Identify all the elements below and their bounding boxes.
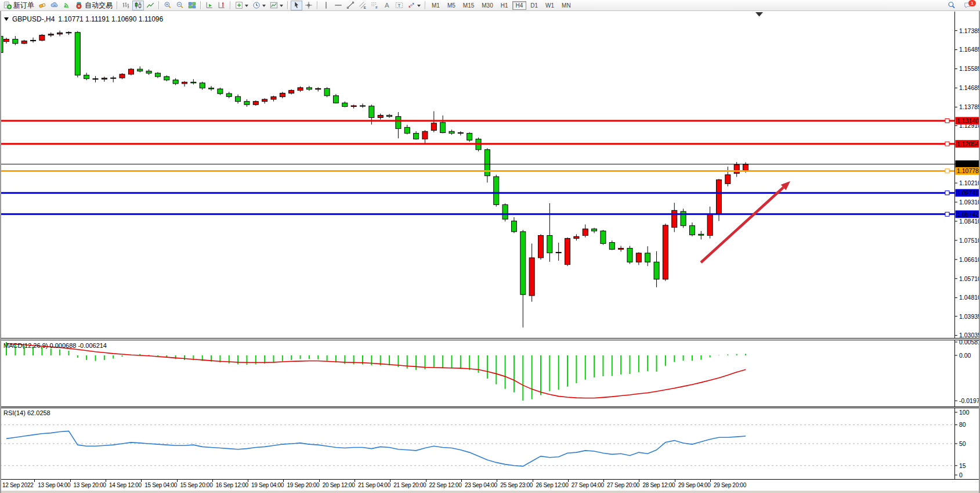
candle-body <box>75 33 80 75</box>
candle-body <box>289 91 294 93</box>
candle-body <box>253 102 258 105</box>
line-handle-icon[interactable] <box>945 118 949 123</box>
templates-button[interactable] <box>268 1 285 10</box>
macd-tick-label: -0.01977 <box>959 397 980 404</box>
pane-splitter[interactable] <box>0 338 980 340</box>
trendline-button[interactable] <box>345 1 356 10</box>
rsi-pane[interactable]: 1008050150 <box>0 408 980 479</box>
candle-body <box>484 150 490 176</box>
timeframe-m1[interactable]: M1 <box>428 1 443 10</box>
chart-shift-button[interactable] <box>216 1 227 10</box>
line-handle-icon[interactable] <box>945 142 949 146</box>
time-label: 14 Sep 12:00 <box>109 482 142 488</box>
zoom-out-button[interactable] <box>174 1 186 10</box>
candle <box>681 208 686 228</box>
price-tick-label: 1.16485 <box>959 46 980 53</box>
candle <box>173 78 178 85</box>
macd-pane[interactable]: 0.0058180.00-0.01977 <box>0 340 980 406</box>
candle-body <box>146 71 151 73</box>
arrows-button[interactable] <box>406 1 422 10</box>
candle-body <box>592 229 597 231</box>
candle-body <box>360 106 366 106</box>
price-tick-label: 1.13785 <box>959 103 980 110</box>
timeframe-mn[interactable]: MN <box>558 1 574 10</box>
line-icon <box>146 1 154 9</box>
candle <box>120 73 125 79</box>
timeframe-h1[interactable]: H1 <box>497 1 512 10</box>
candle-body <box>244 102 249 105</box>
candle-body <box>440 123 446 133</box>
candle-body <box>48 34 53 35</box>
auto-trading-button[interactable]: 自动交易 <box>73 1 114 10</box>
chevron-down-icon[interactable] <box>417 5 421 9</box>
crosshair-button[interactable] <box>303 1 314 10</box>
price-tick-label: 1.03935 <box>959 313 980 320</box>
timeframe-w1[interactable]: W1 <box>542 1 558 10</box>
timeframe-m15[interactable]: M15 <box>460 1 478 10</box>
horizontal-line-object[interactable]: 1.09746 <box>0 189 979 197</box>
time-tick <box>675 480 675 482</box>
fibonacci-button[interactable]: F <box>369 1 381 10</box>
line-handle-icon[interactable] <box>945 191 949 195</box>
text-label-button[interactable]: T <box>393 1 405 10</box>
new-order-button[interactable]: 新订单 <box>2 1 36 10</box>
candle <box>146 69 151 75</box>
chevron-down-icon[interactable] <box>262 5 266 9</box>
macd-histogram <box>6 342 746 401</box>
timeframe-h4[interactable]: H4 <box>512 1 527 10</box>
time-tick <box>497 480 497 482</box>
eraser-button[interactable] <box>37 1 48 10</box>
auto-scroll-button[interactable] <box>204 1 215 10</box>
time-tick <box>426 480 426 482</box>
rsi-value: 62.0258 <box>27 409 50 416</box>
horizontal-line-object[interactable]: 1.13140 <box>0 117 979 124</box>
candle-body <box>494 177 499 204</box>
signals-button[interactable] <box>61 1 73 10</box>
cursor-button[interactable] <box>291 1 302 10</box>
timeframe-m5[interactable]: M5 <box>444 1 459 10</box>
chart-title: GBPUSD-,H4 1.10771 1.11191 1.10690 1.110… <box>4 15 163 23</box>
timeframe-d1[interactable]: D1 <box>527 1 541 10</box>
price-chart-pane[interactable]: 1.173851.164851.155851.146851.137851.129… <box>0 11 980 338</box>
rsi-label: RSI(14) 62.0258 <box>3 409 50 416</box>
symbol-dropdown-icon[interactable] <box>4 17 9 23</box>
line-handle-icon[interactable] <box>945 169 949 173</box>
time-tick <box>248 480 248 482</box>
chat-button[interactable]: 1 <box>962 1 974 10</box>
indicators-icon <box>235 1 243 9</box>
candle <box>4 38 9 44</box>
bar-chart-button[interactable] <box>120 1 132 10</box>
vertical-line-button[interactable] <box>320 1 332 10</box>
text-button[interactable]: A <box>381 1 393 10</box>
line-chart-button[interactable] <box>144 1 156 10</box>
horizontal-line-object[interactable]: 1.12054 <box>0 140 979 147</box>
chart-shift-marker-icon[interactable] <box>755 12 763 17</box>
time-tick <box>639 480 639 482</box>
rsi-name: RSI(14) <box>3 409 26 416</box>
arrow-line[interactable] <box>701 188 783 262</box>
chevron-down-icon[interactable] <box>245 5 248 9</box>
chevron-down-icon[interactable] <box>280 5 283 9</box>
pane-splitter-2[interactable] <box>0 406 980 408</box>
toolbar-separator <box>425 1 426 9</box>
tile-windows-button[interactable] <box>186 1 198 10</box>
candle-chart-button[interactable] <box>132 1 144 10</box>
svg-text:F: F <box>375 5 378 9</box>
cloud-button[interactable] <box>49 1 60 10</box>
timeframe-m30[interactable]: M30 <box>478 1 496 10</box>
time-axis[interactable]: 12 Sep 202213 Sep 04:0013 Sep 20:0014 Se… <box>0 480 980 491</box>
horizontal-line-button[interactable] <box>332 1 344 10</box>
line-handle-icon[interactable] <box>945 212 949 216</box>
signal-icon <box>63 1 71 9</box>
equidistant-channel-button[interactable]: E <box>357 1 368 10</box>
zoom-in-button[interactable] <box>162 1 173 10</box>
horizontal-line-object[interactable]: 1.08742 <box>0 210 979 218</box>
candle-body <box>31 40 36 41</box>
candle-body <box>458 132 463 133</box>
price-tick-label: 1.07510 <box>959 237 980 244</box>
candle <box>725 167 731 186</box>
search-button[interactable] <box>946 1 957 10</box>
toolbar-separator <box>200 1 201 9</box>
indicators-button[interactable] <box>233 1 250 10</box>
periods-button[interactable] <box>251 1 267 10</box>
